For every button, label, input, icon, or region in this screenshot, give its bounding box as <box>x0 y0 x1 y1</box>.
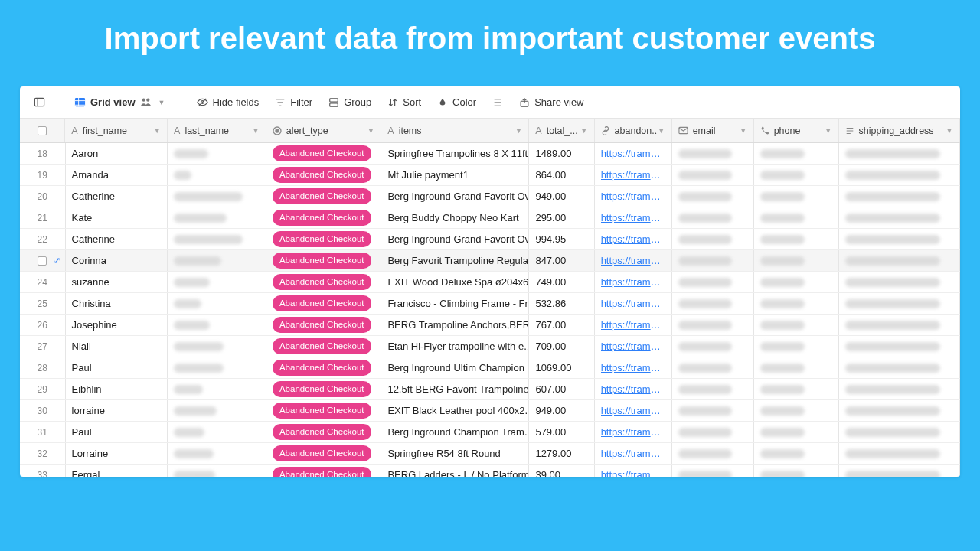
cell-email[interactable] <box>672 336 754 357</box>
col-last-name[interactable]: Alast_name▼ <box>168 119 266 142</box>
cell-phone[interactable] <box>754 229 839 249</box>
sort-button[interactable]: Sort <box>381 93 427 111</box>
table-row[interactable]: 29EibhlinAbandoned Checkout12,5ft BERG F… <box>20 379 960 400</box>
cell-abandon-url[interactable]: https://trampoli... <box>595 379 672 399</box>
cell-total[interactable]: 749.00 <box>529 272 594 292</box>
cell-first-name[interactable]: lorraine <box>66 400 168 421</box>
cell-alert-type[interactable]: Abandoned Checkout <box>266 336 381 357</box>
cell-last-name[interactable] <box>168 186 266 207</box>
cell-alert-type[interactable]: Abandoned Checkout <box>266 422 381 442</box>
cell-shipping[interactable] <box>839 357 960 378</box>
cell-email[interactable] <box>672 229 754 249</box>
cell-alert-type[interactable]: Abandoned Checkout <box>266 357 381 378</box>
table-row[interactable]: 30lorraineAbandoned CheckoutEXIT Black L… <box>20 400 960 422</box>
table-row[interactable]: 24suzanneAbandoned CheckoutEXIT Wood Del… <box>20 272 960 293</box>
cell-email[interactable] <box>672 400 754 421</box>
table-row[interactable]: 21KateAbandoned CheckoutBerg Buddy Chopp… <box>20 207 960 229</box>
table-row[interactable]: 26JosephineAbandoned CheckoutBERG Trampo… <box>20 315 960 336</box>
cell-phone[interactable] <box>754 207 839 228</box>
col-first-name[interactable]: Afirst_name▼ <box>65 119 168 142</box>
cell-total[interactable]: 39.00 <box>529 465 594 477</box>
row-number[interactable]: 27 <box>20 336 66 357</box>
cell-items[interactable]: Berg Inground Champion Tram... <box>381 422 529 442</box>
cell-last-name[interactable] <box>168 379 266 399</box>
cell-last-name[interactable] <box>168 250 266 271</box>
cell-first-name[interactable]: suzanne <box>66 272 168 292</box>
cell-shipping[interactable] <box>839 443 960 464</box>
cell-phone[interactable] <box>754 465 839 477</box>
table-row[interactable]: 25ChristinaAbandoned CheckoutFrancisco -… <box>20 293 960 315</box>
filter-button[interactable]: Filter <box>268 93 318 111</box>
cell-total[interactable]: 1069.00 <box>529 357 594 378</box>
cell-first-name[interactable]: Christina <box>66 293 168 314</box>
cell-abandon-url[interactable]: https://trampoli... <box>595 229 672 249</box>
table-row[interactable]: 22CatherineAbandoned CheckoutBerg Ingrou… <box>20 229 960 250</box>
cell-phone[interactable] <box>754 379 839 399</box>
cell-alert-type[interactable]: Abandoned Checkout <box>266 465 381 477</box>
row-number[interactable]: 24 <box>20 272 66 292</box>
cell-total[interactable]: 949.00 <box>529 400 594 421</box>
cell-first-name[interactable]: Fergal <box>66 465 168 477</box>
table-row[interactable]: 27NiallAbandoned CheckoutEtan Hi-Flyer t… <box>20 336 960 357</box>
row-number[interactable]: 29 <box>20 379 66 399</box>
cell-shipping[interactable] <box>839 250 960 271</box>
col-phone[interactable]: phone▼ <box>754 119 839 142</box>
cell-total[interactable]: 864.00 <box>529 165 594 185</box>
cell-alert-type[interactable]: Abandoned Checkout <box>266 379 381 399</box>
cell-total[interactable]: 994.95 <box>529 229 594 249</box>
cell-items[interactable]: Springfree R54 8ft Round <box>381 443 529 464</box>
cell-last-name[interactable] <box>168 465 266 477</box>
cell-phone[interactable] <box>754 293 839 314</box>
cell-shipping[interactable] <box>839 465 960 477</box>
cell-shipping[interactable] <box>839 143 960 164</box>
group-button[interactable]: Group <box>322 93 377 111</box>
cell-first-name[interactable]: Corinna <box>66 250 168 271</box>
cell-total[interactable]: 1489.00 <box>529 143 594 164</box>
expand-icon[interactable]: ⤢ <box>54 256 60 266</box>
cell-alert-type[interactable]: Abandoned Checkout <box>266 207 381 228</box>
cell-alert-type[interactable]: Abandoned Checkout <box>266 229 381 249</box>
cell-items[interactable]: Berg Favorit Trampoline Regula... <box>381 250 529 271</box>
row-number[interactable]: 33 <box>20 465 66 477</box>
row-number[interactable]: 32 <box>20 443 66 464</box>
cell-alert-type[interactable]: Abandoned Checkout <box>266 272 381 292</box>
cell-last-name[interactable] <box>168 443 266 464</box>
col-total[interactable]: Atotal_...▼ <box>529 119 594 142</box>
cell-first-name[interactable]: Josephine <box>66 315 168 335</box>
cell-abandon-url[interactable]: https://trampoli... <box>595 422 672 442</box>
cell-shipping[interactable] <box>839 229 960 249</box>
cell-email[interactable] <box>672 186 754 207</box>
cell-alert-type[interactable]: Abandoned Checkout <box>266 443 381 464</box>
cell-phone[interactable] <box>754 186 839 207</box>
cell-first-name[interactable]: Catherine <box>66 186 168 207</box>
cell-shipping[interactable] <box>839 315 960 335</box>
row-number[interactable]: 30 <box>20 400 66 421</box>
table-row[interactable]: ⤢CorinnaAbandoned CheckoutBerg Favorit T… <box>20 250 960 272</box>
row-height-button[interactable] <box>485 93 509 111</box>
cell-shipping[interactable] <box>839 186 960 207</box>
cell-total[interactable]: 949.00 <box>529 186 594 207</box>
share-view-button[interactable]: Share view <box>512 93 590 111</box>
table-row[interactable]: 28PaulAbandoned CheckoutBerg Inground Ul… <box>20 357 960 379</box>
cell-items[interactable]: Etan Hi-Flyer trampoline with e... <box>381 336 529 357</box>
cell-email[interactable] <box>672 443 754 464</box>
cell-abandon-url[interactable]: https://trampoli... <box>595 400 672 421</box>
cell-alert-type[interactable]: Abandoned Checkout <box>266 250 381 271</box>
cell-alert-type[interactable]: Abandoned Checkout <box>266 293 381 314</box>
cell-shipping[interactable] <box>839 400 960 421</box>
cell-abandon-url[interactable]: https://trampoli... <box>595 250 672 271</box>
cell-alert-type[interactable]: Abandoned Checkout <box>266 400 381 421</box>
cell-items[interactable]: Mt Julie payment1 <box>381 165 529 185</box>
cell-first-name[interactable]: Aaron <box>66 143 168 164</box>
cell-phone[interactable] <box>754 422 839 442</box>
cell-alert-type[interactable]: Abandoned Checkout <box>266 315 381 335</box>
cell-abandon-url[interactable]: https://trampoli... <box>595 165 672 185</box>
cell-email[interactable] <box>672 465 754 477</box>
cell-abandon-url[interactable]: https://trampoli... <box>595 207 672 228</box>
cell-first-name[interactable]: Paul <box>66 357 168 378</box>
table-row[interactable]: 32LorraineAbandoned CheckoutSpringfree R… <box>20 443 960 465</box>
col-items[interactable]: Aitems▼ <box>381 119 529 142</box>
cell-total[interactable]: 767.00 <box>529 315 594 335</box>
row-number[interactable]: 19 <box>20 165 66 185</box>
sidebar-toggle-button[interactable] <box>28 93 51 111</box>
